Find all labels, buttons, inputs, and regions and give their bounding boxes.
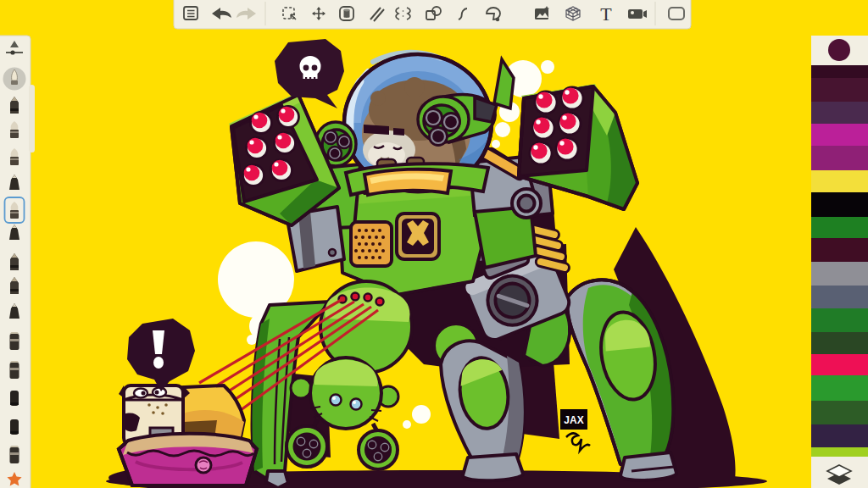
svg-text:JAX: JAX [564, 414, 583, 426]
svg-text:T: T [600, 3, 612, 25]
